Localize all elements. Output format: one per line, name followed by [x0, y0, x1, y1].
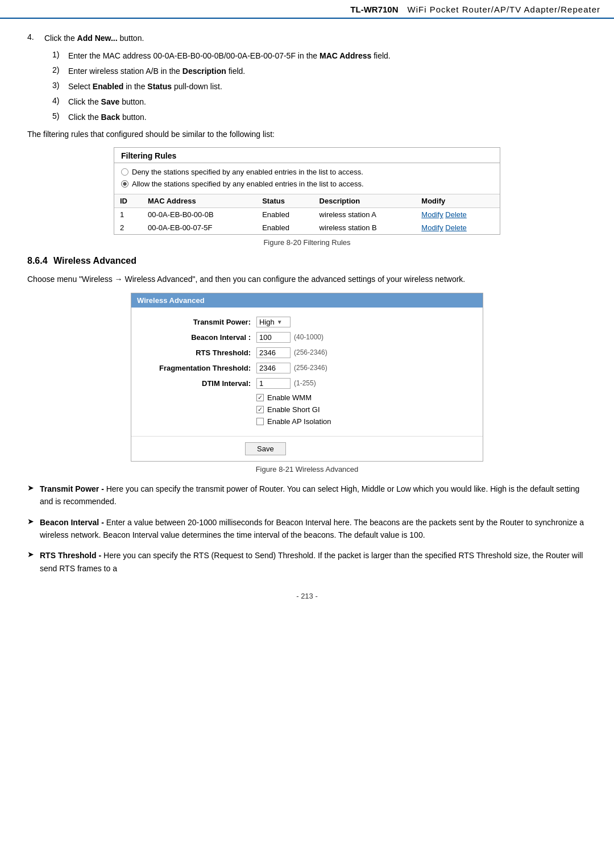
rts-threshold-input[interactable] [256, 347, 291, 358]
bullet-beacon-interval-text: Beacon Interval - Enter a value between … [40, 516, 587, 542]
fragmentation-threshold-input[interactable] [256, 363, 291, 373]
beacon-interval-input[interactable] [256, 332, 291, 343]
transmit-power-label: Transmit Power: [143, 318, 256, 326]
bullet-rts-threshold-text: RTS Threshold - Here you can specify the… [40, 549, 587, 575]
dtim-interval-input[interactable] [256, 378, 291, 389]
wireless-body: Transmit Power: High ▼ Beacon Interval :… [131, 308, 483, 436]
enable-short-gi-checkbox[interactable] [256, 406, 264, 413]
cell-id: 1 [114, 208, 142, 222]
filter-radios: Deny the stations specified by any enabl… [114, 163, 500, 188]
dtim-interval-label: DTIM Interval: [143, 379, 256, 388]
radio-deny[interactable] [121, 168, 128, 176]
rts-threshold-hint: (256-2346) [294, 348, 327, 356]
transmit-power-value: High [259, 318, 275, 326]
step-4: 4. Click the Add New... button. [27, 32, 587, 44]
col-description: Description [314, 194, 416, 208]
radio-deny-label: Deny the stations specified by any enabl… [132, 168, 363, 176]
enable-ap-isolation-row: Enable AP Isolation [256, 417, 471, 426]
radio-deny-row: Deny the stations specified by any enabl… [121, 168, 493, 176]
cell-mac: 00-0A-EB-B0-00-0B [142, 208, 256, 222]
sub-step-1: 1) Enter the MAC address 00-0A-EB-B0-00-… [52, 50, 587, 62]
table-row: 100-0A-EB-B0-00-0BEnabledwireless statio… [114, 208, 500, 222]
cell-status: Enabled [256, 221, 313, 234]
cell-modify[interactable]: Modify Delete [416, 221, 500, 234]
transmit-power-select[interactable]: High ▼ [256, 317, 291, 327]
cell-mac: 00-0A-EB-00-07-5F [142, 221, 256, 234]
bullet-transmit-power: ➤ Transmit Power - Here you can specify … [27, 483, 587, 508]
rts-threshold-row: RTS Threshold: (256-2346) [143, 347, 471, 358]
filtering-rules-title: Filtering Rules [114, 148, 500, 163]
fragmentation-threshold-row: Fragmentation Threshold: (256-2346) [143, 363, 471, 373]
cell-description: wireless station B [314, 221, 416, 234]
radio-allow-row: Allow the stations specified by any enab… [121, 180, 493, 188]
enable-wmm-checkbox[interactable] [256, 394, 264, 401]
filter-intro: The filtering rules that configured shou… [27, 128, 587, 140]
section-heading: 8.6.4 Wireless Advanced [27, 256, 587, 266]
section-number: 8.6.4 [27, 256, 48, 265]
header-description: WiFi Pocket Router/AP/TV Adapter/Repeate… [408, 5, 600, 14]
radio-allow-label: Allow the stations specified by any enab… [132, 180, 364, 188]
add-new-bold: Add New... [77, 34, 118, 43]
beacon-interval-label: Beacon Interval : [143, 333, 256, 342]
col-modify: Modify [416, 194, 500, 208]
section-title: Wireless Advanced [53, 256, 136, 265]
sub-step-5: 5) Click the Back button. [52, 111, 587, 123]
bullet-transmit-power-text: Transmit Power - Here you can specify th… [40, 483, 587, 508]
step-text: Click the Add New... button. [44, 32, 144, 44]
delete-link[interactable]: Delete [445, 223, 467, 232]
page-content: 4. Click the Add New... button. 1) Enter… [0, 19, 614, 614]
sub-steps: 1) Enter the MAC address 00-0A-EB-B0-00-… [52, 50, 587, 123]
cell-modify[interactable]: Modify Delete [416, 208, 500, 222]
enable-ap-isolation-checkbox[interactable] [256, 418, 264, 425]
sub-step-4: 4) Click the Save button. [52, 96, 587, 108]
wireless-advanced-box: Wireless Advanced Transmit Power: High ▼… [131, 293, 483, 462]
enable-ap-isolation-label: Enable AP Isolation [267, 417, 331, 426]
radio-allow[interactable] [121, 180, 128, 188]
bullet-rts-threshold: ➤ RTS Threshold - Here you can specify t… [27, 549, 587, 575]
modify-link[interactable]: Modify [421, 210, 443, 219]
transmit-power-row: Transmit Power: High ▼ [143, 317, 471, 327]
col-mac: MAC Address [142, 194, 256, 208]
model-name: TL-WR710N [350, 5, 398, 14]
dtim-interval-hint: (1-255) [294, 379, 316, 387]
wireless-save-button[interactable]: Save [245, 442, 286, 455]
filtering-rules-box: Filtering Rules Deny the stations specif… [114, 147, 500, 235]
delete-link[interactable]: Delete [445, 210, 467, 219]
step-number: 4. [27, 32, 44, 41]
cell-id: 2 [114, 221, 142, 234]
sub-step-3: 3) Select Enabled in the Status pull-dow… [52, 81, 587, 93]
beacon-interval-hint: (40-1000) [294, 333, 323, 341]
sub-step-2: 2) Enter wireless station A/B in the Des… [52, 65, 587, 77]
bullet-arrow-1: ➤ [27, 483, 40, 492]
fragmentation-threshold-hint: (256-2346) [294, 364, 327, 372]
filter-table-body: 100-0A-EB-B0-00-0BEnabledwireless statio… [114, 208, 500, 235]
col-status: Status [256, 194, 313, 208]
modify-link[interactable]: Modify [421, 223, 443, 232]
dtim-interval-row: DTIM Interval: (1-255) [143, 378, 471, 389]
enable-wmm-row: Enable WMM [256, 393, 471, 402]
wireless-advanced-title: Wireless Advanced [131, 293, 483, 308]
col-id: ID [114, 194, 142, 208]
page-number: - 213 - [27, 592, 587, 600]
fragmentation-threshold-label: Fragmentation Threshold: [143, 364, 256, 372]
table-header-row: ID MAC Address Status Description Modify [114, 194, 500, 208]
cell-description: wireless station A [314, 208, 416, 222]
filter-table: ID MAC Address Status Description Modify… [114, 194, 500, 234]
enable-wmm-label: Enable WMM [267, 393, 312, 402]
figure-wireless-caption: Figure 8-21 Wireless Advanced [27, 465, 587, 474]
bullet-section: ➤ Transmit Power - Here you can specify … [27, 483, 587, 575]
table-row: 200-0A-EB-00-07-5FEnabledwireless statio… [114, 221, 500, 234]
enable-short-gi-label: Enable Short GI [267, 405, 320, 414]
bullet-beacon-interval: ➤ Beacon Interval - Enter a value betwee… [27, 516, 587, 542]
cell-status: Enabled [256, 208, 313, 222]
bullet-arrow-3: ➤ [27, 550, 40, 559]
wireless-save-row: Save [131, 436, 483, 461]
figure-filter-caption: Figure 8-20 Filtering Rules [27, 238, 587, 247]
chevron-down-icon: ▼ [277, 319, 283, 325]
bullet-arrow-2: ➤ [27, 517, 40, 526]
beacon-interval-row: Beacon Interval : (40-1000) [143, 332, 471, 343]
section-intro: Choose menu "Wireless → Wireless Advance… [27, 273, 587, 285]
rts-threshold-label: RTS Threshold: [143, 348, 256, 357]
page-header: TL-WR710N WiFi Pocket Router/AP/TV Adapt… [0, 0, 614, 19]
enable-short-gi-row: Enable Short GI [256, 405, 471, 414]
